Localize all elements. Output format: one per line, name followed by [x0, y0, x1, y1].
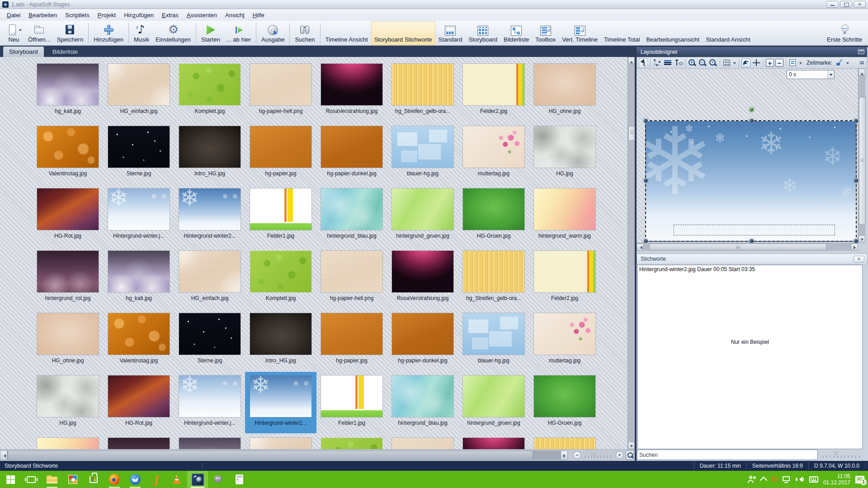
remove-icon[interactable] — [775, 59, 783, 67]
zoom-fit-button[interactable] — [626, 450, 634, 460]
menu-item-datei[interactable]: Datei — [3, 10, 24, 20]
toolbar-button-timeline-ansicht[interactable]: Timeline Ansicht — [322, 21, 371, 45]
storyboard-item[interactable]: hg-papier-hell.png — [316, 247, 387, 309]
resize-handle-top-center[interactable] — [749, 118, 754, 123]
zoom-original-icon[interactable]: • — [708, 58, 717, 67]
storyboard-item[interactable]: hg-papier-hell.png — [245, 60, 316, 122]
storyboard-item[interactable]: HG_ohne.jpg — [529, 60, 600, 122]
add-icon[interactable] — [766, 59, 774, 67]
storyboard-item[interactable]: hg_kalt.jpg — [103, 247, 175, 309]
maximize-button[interactable] — [840, 1, 852, 8]
task-view-button[interactable] — [21, 471, 42, 488]
close-button[interactable] — [854, 1, 866, 8]
storyboard-item[interactable] — [387, 434, 458, 449]
stichworte-textarea[interactable]: Hintergrund-winter2.jpg Dauer 00:05 Star… — [637, 265, 863, 449]
rotation-handle[interactable] — [749, 107, 754, 112]
search-input[interactable] — [637, 450, 818, 460]
network-icon[interactable] — [783, 476, 791, 483]
storyboard-item[interactable]: Komplett.jpg — [174, 60, 245, 122]
storyboard-item[interactable]: hg_Streifen_gelb-ora... — [387, 60, 458, 122]
people-icon[interactable] — [748, 476, 756, 483]
motion-path-icon[interactable] — [741, 58, 750, 67]
scroll-left-icon[interactable] — [0, 450, 7, 460]
start-button[interactable] — [0, 471, 21, 488]
taskbar-store[interactable] — [83, 471, 104, 488]
storyboard-item[interactable]: Felder2.jpg — [529, 247, 600, 309]
storyboard-item[interactable]: hg-papier-dunkel.jpg — [316, 122, 387, 184]
canvas-horizontal-scrollbar[interactable] — [637, 243, 858, 251]
taskbar-vlc[interactable] — [166, 471, 187, 488]
path-nodes-icon[interactable] — [653, 58, 662, 67]
storyboard-item[interactable]: Sterne.jpg — [174, 310, 245, 371]
storyboard-item[interactable]: Intro_HG.jpg — [245, 310, 316, 371]
storyboard-item[interactable]: Felder1.jpg — [245, 185, 316, 246]
scroll-down-icon[interactable] — [859, 235, 865, 243]
menu-item-extras[interactable]: Extras — [158, 10, 183, 20]
menu-item-projekt[interactable]: Projekt — [94, 10, 120, 20]
taskbar-aquasoft-stages[interactable] — [187, 471, 208, 488]
scroll-left-icon[interactable] — [637, 244, 644, 251]
storyboard-item[interactable]: hintergrund_gruen.jpg — [458, 372, 529, 433]
toolbar-button-vert-timeline[interactable]: Vert. Timeline — [559, 21, 601, 45]
zoom-in-icon[interactable]: + — [688, 58, 697, 67]
layout-canvas[interactable]: 0 s ❄ ❄ ❄ ❄ ❄ ❄ ❄ — [637, 69, 858, 243]
toolbar-button-ab-hier[interactable]: ... ab hier — [223, 21, 254, 45]
toolbar-button-storyboard[interactable]: Storyboard — [465, 21, 500, 45]
taskbar-thunderbird[interactable] — [125, 471, 146, 488]
zoom-out-icon[interactable]: − — [698, 58, 707, 67]
chevron-down-icon[interactable] — [799, 58, 802, 67]
toolbar-button-standard[interactable]: Standard — [435, 21, 466, 45]
scroll-right-icon[interactable] — [561, 450, 568, 460]
tab-storyboard[interactable]: Storyboard — [3, 47, 44, 57]
storyboard-item[interactable]: hintergrund_gruen.jpg — [387, 185, 458, 246]
storyboard-item[interactable]: Felder2.jpg — [458, 60, 529, 122]
text-placeholder-box[interactable] — [674, 225, 835, 235]
chevron-down-icon[interactable] — [846, 58, 849, 67]
storyboard-item[interactable]: hintergrund_warm.jpg — [529, 185, 600, 246]
select-tool-icon[interactable] — [639, 58, 648, 67]
storyboard-item[interactable]: hintergrund_blau.jpg — [316, 185, 387, 246]
spinner-buttons[interactable] — [827, 70, 834, 79]
taskbar-gimp[interactable] — [208, 471, 229, 488]
storyboard-item[interactable]: hg-papier.jpg — [245, 122, 316, 184]
toolbar-button-timeline-total[interactable]: Timeline Total — [601, 21, 643, 45]
storyboard-item[interactable]: Felder1.jpg — [316, 372, 387, 433]
toolbar-button-erste-schritte[interactable]: Erste Schritte — [824, 21, 865, 45]
grid-vertical-scrollbar[interactable] — [627, 57, 635, 449]
resize-handle-top-left[interactable] — [643, 118, 648, 123]
layers-icon[interactable] — [663, 58, 672, 67]
storyboard-item[interactable] — [458, 434, 529, 449]
chevron-down-icon[interactable] — [733, 58, 736, 67]
storyboard-item[interactable] — [529, 434, 600, 449]
notification-icon[interactable]: 1 — [855, 476, 864, 483]
toolbar-button-storyboard-stichworte[interactable]: Storyboard Stichworte — [371, 21, 435, 45]
toolbar-button-standard-ansicht[interactable]: Standard Ansicht — [703, 21, 753, 45]
storyboard-item[interactable]: hg_Streifen_gelb-ora... — [458, 247, 529, 309]
toolbar-button-einstellungen[interactable]: Einstellungen — [152, 21, 194, 45]
zoom-out-button[interactable] — [573, 451, 581, 459]
menu-item-assistenten[interactable]: Assistenten — [183, 10, 221, 20]
menu-item-ansicht[interactable]: Ansicht — [221, 10, 249, 20]
tray-chevron-up-icon[interactable] — [760, 477, 767, 484]
scroll-right-icon[interactable] — [851, 244, 858, 251]
storyboard-item[interactable]: HG.jpg — [529, 122, 600, 184]
panel-window-icon[interactable] — [858, 49, 864, 54]
storyboard-item[interactable]: HG-Gruen.jpg — [529, 372, 600, 433]
storyboard-item[interactable]: Hintergrund-winter.j... — [103, 185, 175, 246]
storyboard-item[interactable]: Hintergrund-winter2... — [174, 185, 245, 246]
menu-item-hilfe[interactable]: Hilfe — [249, 10, 269, 20]
storyboard-item[interactable]: HG-Rot.jpg — [103, 372, 175, 433]
storyboard-item[interactable]: HG-Gruen.jpg — [458, 185, 529, 246]
storyboard-item[interactable] — [174, 434, 245, 449]
stichworte-zoom-slider[interactable] — [822, 450, 862, 460]
toolbar-button-speichern[interactable]: Speichern — [54, 21, 87, 45]
scroll-up-icon[interactable] — [628, 57, 635, 64]
scrollbar-thumb[interactable] — [8, 450, 533, 460]
storyboard-item[interactable]: muttertag.jpg — [529, 310, 600, 371]
scrollbar-thumb[interactable] — [649, 244, 826, 250]
storyboard-item[interactable]: HG_ohne.jpg — [32, 310, 104, 371]
taskbar-firefox[interactable] — [104, 471, 125, 488]
storyboard-item[interactable]: HG_einfach.jpg — [103, 60, 175, 122]
pan-icon[interactable] — [752, 58, 761, 67]
storyboard-item[interactable]: RosaVerstrahlung.jpg — [316, 60, 387, 122]
